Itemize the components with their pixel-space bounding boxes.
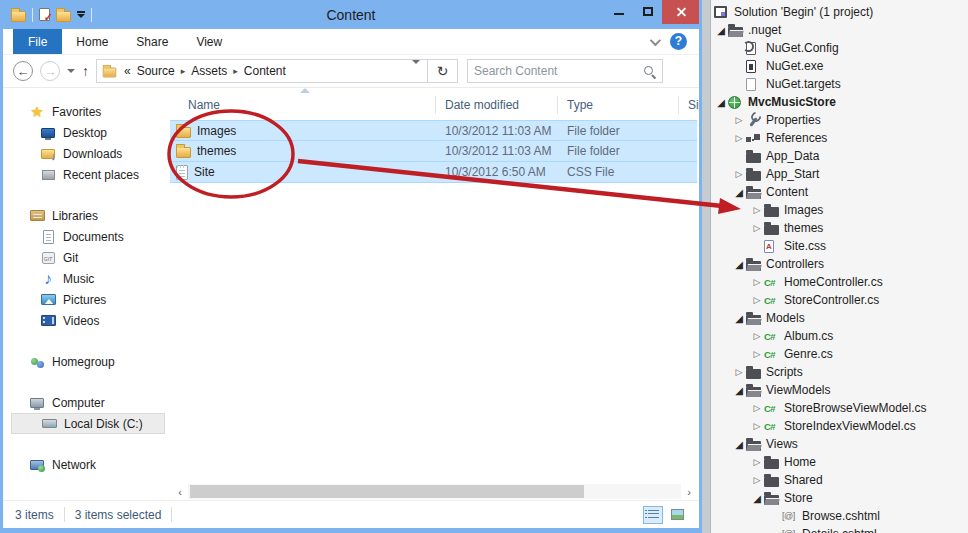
search-input[interactable]: [474, 64, 643, 78]
file-row-themes[interactable]: themes10/3/2012 11:03 AMFile folder: [170, 141, 697, 162]
expand-icon[interactable]: ▷: [750, 403, 764, 413]
tree-item-details-cshtml[interactable]: Details.cshtml: [712, 525, 968, 533]
tree-item-scripts[interactable]: ▷Scripts: [712, 363, 968, 381]
tree-item-shared[interactable]: ▷Shared: [712, 471, 968, 489]
tree-item-references[interactable]: ▷References: [712, 129, 968, 147]
customize-caret-icon[interactable]: [77, 14, 85, 18]
sidebar-item-music[interactable]: Music: [3, 268, 165, 289]
tree-item-mvcmusicstore[interactable]: ◢MvcMusicStore: [712, 93, 968, 111]
tree-item-homecontroller-cs[interactable]: ▷HomeController.cs: [712, 273, 968, 291]
sidebar-item-favorites[interactable]: Favorites: [3, 101, 165, 122]
tree-item-app-data[interactable]: App_Data: [712, 147, 968, 165]
column-header-date-modified[interactable]: Date modified: [445, 98, 519, 112]
scroll-right-icon[interactable]: ›: [681, 486, 697, 498]
tree-item-store[interactable]: ◢Store: [712, 489, 968, 507]
tree-item-browse-cshtml[interactable]: Browse.cshtml: [712, 507, 968, 525]
sidebar-item-git[interactable]: Git: [3, 247, 165, 268]
breadcrumb-segment[interactable]: Assets: [191, 64, 227, 78]
search-icon[interactable]: [643, 65, 656, 78]
expand-icon[interactable]: ▷: [732, 115, 746, 125]
collapse-icon[interactable]: ◢: [732, 187, 746, 198]
expand-icon[interactable]: ▷: [732, 133, 746, 143]
collapse-icon[interactable]: ◢: [714, 97, 728, 108]
tree-item-solution-begin-1-project-[interactable]: Solution 'Begin' (1 project): [712, 3, 968, 21]
tree-item-nuget-targets[interactable]: NuGet.targets: [712, 75, 968, 93]
tree-item-themes[interactable]: ▷themes: [712, 219, 968, 237]
scrollbar-thumb[interactable]: [190, 485, 584, 498]
expand-ribbon-chevron-icon[interactable]: [650, 34, 661, 45]
tree-item-properties[interactable]: ▷Properties: [712, 111, 968, 129]
tab-share[interactable]: Share: [122, 29, 182, 54]
expand-icon[interactable]: ▷: [750, 349, 764, 359]
tree-item-views[interactable]: ◢Views: [712, 435, 968, 453]
maximize-button[interactable]: [633, 0, 662, 22]
column-header-type[interactable]: Type: [567, 98, 593, 112]
tree-item-nuget-config[interactable]: NuGet.Config: [712, 39, 968, 57]
sidebar-item-homegroup[interactable]: Homegroup: [3, 351, 165, 372]
tab-view[interactable]: View: [182, 29, 236, 54]
up-button[interactable]: ↑: [82, 64, 89, 78]
column-separator[interactable]: [435, 96, 436, 114]
address-dropdown-caret[interactable]: [405, 64, 427, 78]
expand-icon[interactable]: ▷: [750, 223, 764, 233]
tree-item-storeindexviewmodel-cs[interactable]: ▷StoreIndexViewModel.cs: [712, 417, 968, 435]
tree-item-storebrowseviewmodel-cs[interactable]: ▷StoreBrowseViewModel.cs: [712, 399, 968, 417]
forward-button[interactable]: →: [40, 61, 60, 81]
expand-icon[interactable]: ▷: [750, 205, 764, 215]
expand-icon[interactable]: ▷: [732, 367, 746, 377]
column-separator[interactable]: [557, 96, 558, 114]
explorer-window-icon[interactable]: [11, 11, 26, 22]
tree-item-album-cs[interactable]: ▷Album.cs: [712, 327, 968, 345]
close-button[interactable]: [662, 0, 699, 24]
expand-icon[interactable]: ▷: [750, 277, 764, 287]
sidebar-item-libraries[interactable]: Libraries: [3, 205, 165, 226]
expand-icon[interactable]: ▷: [750, 331, 764, 341]
tree-item-controllers[interactable]: ◢Controllers: [712, 255, 968, 273]
expand-icon[interactable]: ▷: [732, 169, 746, 179]
sidebar-item-recent-places[interactable]: Recent places: [3, 164, 165, 185]
sidebar-item-downloads[interactable]: Downloads: [3, 143, 165, 164]
tree-item-site-css[interactable]: Site.css: [712, 237, 968, 255]
collapse-icon[interactable]: ◢: [732, 439, 746, 450]
tree-item-home[interactable]: ▷Home: [712, 453, 968, 471]
expand-icon[interactable]: ▷: [750, 421, 764, 431]
tree-item-viewmodels[interactable]: ◢ViewModels: [712, 381, 968, 399]
tree-item-genre-cs[interactable]: ▷Genre.cs: [712, 345, 968, 363]
file-row-images[interactable]: Images10/3/2012 11:03 AMFile folder: [170, 120, 697, 141]
expand-icon[interactable]: ▷: [750, 475, 764, 485]
address-box[interactable]: «Source▸Assets▸Content ↻: [96, 59, 458, 83]
collapse-icon[interactable]: ◢: [732, 313, 746, 324]
history-caret-icon[interactable]: [67, 69, 75, 73]
collapse-icon[interactable]: ◢: [732, 259, 746, 270]
expand-icon[interactable]: ▷: [750, 295, 764, 305]
column-separator[interactable]: [678, 96, 679, 114]
scrollbar-track[interactable]: [188, 484, 681, 499]
tree-item-storecontroller-cs[interactable]: ▷StoreController.cs: [712, 291, 968, 309]
tree-item--nuget[interactable]: ◢.nuget: [712, 21, 968, 39]
breadcrumb-segment[interactable]: Source: [137, 64, 175, 78]
column-header-name[interactable]: Name: [188, 98, 220, 112]
collapse-icon[interactable]: ◢: [732, 385, 746, 396]
sidebar-item-desktop[interactable]: Desktop: [3, 122, 165, 143]
tree-item-images[interactable]: ▷Images: [712, 201, 968, 219]
tab-file[interactable]: File: [13, 29, 62, 54]
folder-icon[interactable]: [56, 11, 71, 22]
tab-home[interactable]: Home: [62, 29, 122, 54]
help-icon[interactable]: [670, 33, 687, 50]
sidebar-item-videos[interactable]: Videos: [3, 310, 165, 331]
back-button[interactable]: ←: [13, 61, 33, 81]
file-check-icon[interactable]: [39, 8, 50, 21]
panel-scrollbar[interactable]: [702, 0, 711, 533]
expand-icon[interactable]: ▷: [750, 457, 764, 467]
tree-item-app-start[interactable]: ▷App_Start: [712, 165, 968, 183]
collapse-icon[interactable]: ◢: [750, 493, 764, 504]
refresh-button[interactable]: ↻: [427, 60, 457, 82]
file-row-site[interactable]: Site10/3/2012 6:50 AMCSS File: [170, 162, 697, 183]
tree-item-content[interactable]: ◢Content: [712, 183, 968, 201]
sidebar-item-pictures[interactable]: Pictures: [3, 289, 165, 310]
tree-item-nuget-exe[interactable]: NuGet.exe: [712, 57, 968, 75]
collapse-icon[interactable]: ◢: [714, 25, 728, 36]
details-view-button[interactable]: [643, 506, 663, 524]
sidebar-item-documents[interactable]: Documents: [3, 226, 165, 247]
sidebar-item-computer[interactable]: Computer: [3, 392, 165, 413]
